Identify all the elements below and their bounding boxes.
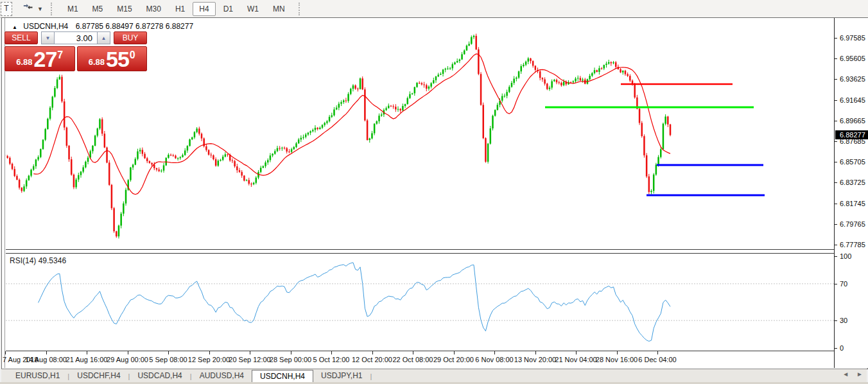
price-tick-mark	[835, 38, 837, 39]
price-tick-label: 6.89665	[840, 117, 865, 125]
sell-price-prefix: 6.88	[16, 57, 32, 67]
price-tick-mark	[835, 204, 837, 204]
rsi-tick-mark	[835, 320, 837, 321]
timeframe-group: M1M5M15M30H1H4D1W1MN	[60, 0, 292, 17]
time-tick-label: 28 Sep 00:00	[270, 356, 311, 363]
timeframe-button-m30[interactable]: M30	[140, 2, 168, 16]
volume-input[interactable]: 3.00	[55, 31, 97, 44]
toolbar: T ▼ M1M5M15M30H1H4D1W1MN	[0, 0, 868, 18]
tab-scroll-left-icon[interactable]: ◄	[842, 371, 849, 378]
time-tick-label: 6 Dec 04:00	[638, 356, 676, 363]
timeframe-button-h4[interactable]: H4	[193, 2, 215, 16]
time-tick-mark	[128, 351, 128, 354]
price-tick-label: 6.79765	[840, 220, 865, 228]
price-tick-mark	[835, 141, 837, 142]
text-tool-button[interactable]: T	[1, 2, 12, 16]
dropdown-caret-icon: ▼	[37, 6, 43, 12]
time-tick-mark	[657, 351, 658, 354]
rsi-tick-mark	[835, 256, 837, 257]
time-tick-label: 6 Nov 08:00	[475, 356, 513, 363]
time-tick-mark	[535, 351, 536, 354]
chart-tab-usdcad[interactable]: USDCAD,H4	[130, 370, 189, 382]
price-axis[interactable]: 6.975856.956056.936256.916456.896656.876…	[834, 18, 868, 368]
volume-decrease-button[interactable]: ▼	[41, 31, 55, 44]
buy-price-sup: 0	[130, 49, 135, 61]
time-tick-mark	[87, 351, 87, 354]
rsi-tick-label: 100	[840, 252, 851, 260]
timeframe-button-mn[interactable]: MN	[266, 2, 291, 16]
time-tick-label: 5 Sep 08:00	[149, 356, 187, 363]
time-tick-label: 28 Nov 16:00	[596, 356, 638, 363]
timeframe-button-m5[interactable]: M5	[86, 2, 110, 16]
price-tick-mark	[835, 121, 837, 121]
chart-tab-usdjpy[interactable]: USDJPY,H1	[313, 370, 370, 382]
time-tick-mark	[331, 351, 332, 354]
time-axis[interactable]: 7 Aug 201814 Aug 08:0021 Aug 16:0029 Aug…	[6, 351, 835, 368]
arrows-icon	[22, 3, 34, 15]
current-price-badge: 6.88277	[835, 130, 868, 139]
rsi-tick-label: 0	[840, 344, 844, 352]
timeframe-button-h1[interactable]: H1	[169, 2, 191, 16]
time-tick-mark	[209, 351, 210, 354]
toolbar-grip[interactable]	[51, 3, 55, 15]
volume-increase-button[interactable]: ▲	[97, 31, 110, 44]
chart-window: ▲ USDCNH,H4 6.87785 6.88497 6.87278 6.88…	[1, 17, 868, 369]
time-tick-label: 21 Nov 04:00	[555, 356, 596, 363]
rsi-tick-mark	[835, 284, 837, 284]
timeframe-button-w1[interactable]: W1	[241, 2, 265, 16]
chart-tab-eurusd[interactable]: EURUSD,H1	[8, 370, 67, 382]
sell-price-big: 27	[34, 51, 57, 69]
time-tick-label: 13 Nov 20:00	[514, 356, 556, 363]
toolbar-grip-end[interactable]	[299, 3, 303, 15]
price-tick-mark	[835, 100, 837, 101]
ohlc-values: 6.87785 6.88497 6.87278 6.88277	[76, 22, 194, 31]
rsi-tick-mark	[835, 348, 837, 349]
rsi-indicator-label: RSI(14) 49.5346	[10, 256, 66, 265]
time-tick-mark	[576, 351, 577, 354]
buy-price-button[interactable]: 6.88 55 0	[77, 46, 148, 71]
timeframe-button-m15[interactable]: M15	[110, 2, 138, 16]
buy-price-big: 55	[106, 51, 129, 69]
rsi-tick-label: 30	[840, 317, 847, 324]
price-tick-label: 6.77785	[840, 241, 865, 249]
chart-tab-bar: EURUSD,H1|USDCHF,H4|USDCAD,H4|AUDUSD,H4U…	[1, 369, 867, 383]
time-tick-label: 29 Aug 00:00	[107, 356, 148, 363]
time-tick-label: 21 Aug 16:00	[66, 356, 108, 363]
rsi-chart[interactable]	[6, 252, 835, 351]
chart-tab-usdcnh[interactable]: USDCNH,H4	[252, 370, 313, 383]
sell-price-sup: 7	[57, 49, 63, 61]
collapse-arrow-icon[interactable]: ▲	[12, 24, 17, 30]
trade-controls-row: SELL ▼ 3.00 ▲ BUY	[4, 31, 147, 44]
tab-separator: |	[370, 372, 372, 380]
price-tick-label: 6.95605	[840, 55, 865, 62]
one-click-trading-panel: SELL ▼ 3.00 ▲ BUY 6.88 27 7 6.88 55 0	[4, 31, 147, 71]
time-tick-label: 5 Oct 12:00	[313, 356, 350, 363]
chart-title: ▲ USDCNH,H4 6.87785 6.88497 6.87278 6.88…	[12, 22, 193, 31]
price-tick-label: 6.81745	[840, 200, 865, 207]
time-tick-mark	[372, 351, 373, 354]
price-tick-mark	[835, 224, 837, 225]
time-tick-mark	[617, 351, 618, 354]
price-tick-mark	[835, 162, 837, 162]
time-tick-mark	[454, 351, 455, 354]
symbol-period-label: USDCNH,H4	[23, 22, 68, 31]
timeframe-button-m1[interactable]: M1	[61, 2, 85, 16]
time-tick-mark	[494, 351, 495, 354]
buy-button[interactable]: BUY	[114, 31, 147, 44]
price-tick-label: 6.85705	[840, 158, 865, 166]
price-tick-label: 6.97585	[840, 34, 865, 42]
tab-scroll-right-icon[interactable]: ►	[856, 371, 863, 378]
time-tick-mark	[291, 351, 291, 354]
chart-tab-usdchf[interactable]: USDCHF,H4	[69, 370, 128, 382]
timeframe-button-d1[interactable]: D1	[217, 2, 239, 16]
rsi-tick-label: 70	[840, 280, 847, 288]
time-tick-label: 22 Oct 08:00	[393, 356, 433, 363]
price-tick-mark	[835, 245, 837, 245]
sell-button[interactable]: SELL	[4, 31, 38, 44]
time-tick-mark	[250, 351, 250, 354]
sell-price-button[interactable]: 6.88 27 7	[4, 46, 75, 71]
chart-tab-audusd[interactable]: AUDUSD,H4	[192, 370, 252, 382]
time-tick-mark	[168, 351, 169, 354]
time-tick-label: 12 Sep 20:00	[188, 356, 230, 363]
arrows-tool-button[interactable]: ▼	[21, 3, 44, 15]
